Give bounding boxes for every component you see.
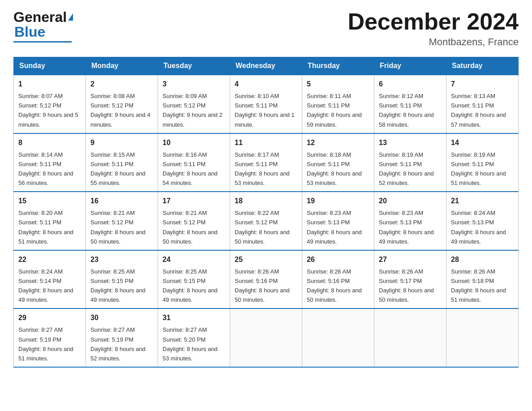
table-row: 18 Sunrise: 8:22 AMSunset: 5:12 PMDaylig…	[230, 192, 302, 250]
day-number: 3	[163, 79, 225, 90]
col-tuesday: Tuesday	[158, 57, 230, 75]
day-number: 10	[163, 137, 225, 148]
day-info: Sunrise: 8:27 AMSunset: 5:20 PMDaylight:…	[163, 326, 218, 361]
day-number: 26	[307, 254, 369, 265]
logo-underline	[13, 41, 72, 43]
table-row	[374, 308, 446, 367]
day-info: Sunrise: 8:17 AMSunset: 5:11 PMDaylight:…	[235, 151, 290, 186]
col-monday: Monday	[86, 57, 158, 75]
day-info: Sunrise: 8:24 AMSunset: 5:13 PMDaylight:…	[451, 210, 506, 244]
table-row	[446, 308, 519, 367]
logo-triangle-icon	[68, 13, 73, 21]
day-number: 16	[90, 196, 153, 206]
day-info: Sunrise: 8:21 AMSunset: 5:12 PMDaylight:…	[90, 210, 146, 244]
day-info: Sunrise: 8:25 AMSunset: 5:15 PMDaylight:…	[90, 268, 146, 303]
day-info: Sunrise: 8:22 AMSunset: 5:12 PMDaylight:…	[235, 210, 290, 244]
day-number: 1	[18, 79, 81, 90]
table-row: 23 Sunrise: 8:25 AMSunset: 5:15 PMDaylig…	[86, 250, 158, 309]
table-row: 4 Sunrise: 8:10 AMSunset: 5:11 PMDayligh…	[230, 75, 302, 133]
table-row: 15 Sunrise: 8:20 AMSunset: 5:11 PMDaylig…	[14, 192, 86, 250]
table-row: 16 Sunrise: 8:21 AMSunset: 5:12 PMDaylig…	[86, 192, 158, 250]
day-number: 11	[235, 137, 297, 148]
table-row: 22 Sunrise: 8:24 AMSunset: 5:14 PMDaylig…	[14, 250, 86, 309]
day-number: 22	[18, 254, 81, 265]
day-info: Sunrise: 8:10 AMSunset: 5:11 PMDaylight:…	[235, 93, 295, 128]
day-number: 20	[379, 196, 442, 206]
day-number: 15	[18, 196, 81, 206]
table-row	[302, 308, 374, 367]
day-info: Sunrise: 8:11 AMSunset: 5:11 PMDaylight:…	[307, 93, 362, 128]
day-number: 27	[379, 254, 442, 265]
day-info: Sunrise: 8:20 AMSunset: 5:11 PMDaylight:…	[18, 210, 73, 244]
day-info: Sunrise: 8:23 AMSunset: 5:13 PMDaylight:…	[307, 210, 362, 244]
col-wednesday: Wednesday	[230, 57, 302, 75]
day-number: 21	[451, 196, 514, 206]
day-info: Sunrise: 8:08 AMSunset: 5:12 PMDaylight:…	[90, 93, 150, 128]
day-number: 8	[18, 137, 81, 148]
day-number: 30	[90, 313, 153, 323]
logo-blue-text: Blue	[14, 24, 45, 40]
day-info: Sunrise: 8:23 AMSunset: 5:13 PMDaylight:…	[379, 210, 434, 244]
day-number: 4	[235, 79, 297, 90]
logo-general-text: General	[13, 9, 67, 26]
day-number: 12	[307, 137, 369, 148]
day-info: Sunrise: 8:09 AMSunset: 5:12 PMDaylight:…	[163, 93, 223, 128]
day-info: Sunrise: 8:26 AMSunset: 5:17 PMDaylight:…	[379, 268, 434, 303]
table-row: 2 Sunrise: 8:08 AMSunset: 5:12 PMDayligh…	[86, 75, 158, 133]
table-row: 29 Sunrise: 8:27 AMSunset: 5:19 PMDaylig…	[14, 308, 86, 367]
calendar-header-row: Sunday Monday Tuesday Wednesday Thursday…	[14, 57, 519, 75]
col-thursday: Thursday	[302, 57, 374, 75]
table-row: 31 Sunrise: 8:27 AMSunset: 5:20 PMDaylig…	[158, 308, 230, 367]
table-row: 3 Sunrise: 8:09 AMSunset: 5:12 PMDayligh…	[158, 75, 230, 133]
day-info: Sunrise: 8:19 AMSunset: 5:11 PMDaylight:…	[379, 151, 434, 186]
table-row	[230, 308, 302, 367]
day-info: Sunrise: 8:07 AMSunset: 5:12 PMDaylight:…	[18, 93, 78, 128]
table-row: 21 Sunrise: 8:24 AMSunset: 5:13 PMDaylig…	[446, 192, 519, 250]
table-row: 26 Sunrise: 8:26 AMSunset: 5:16 PMDaylig…	[302, 250, 374, 309]
table-row: 9 Sunrise: 8:15 AMSunset: 5:11 PMDayligh…	[86, 133, 158, 192]
day-info: Sunrise: 8:19 AMSunset: 5:11 PMDaylight:…	[451, 151, 506, 186]
col-friday: Friday	[374, 57, 446, 75]
day-number: 5	[307, 79, 369, 90]
day-info: Sunrise: 8:26 AMSunset: 5:16 PMDaylight:…	[307, 268, 362, 303]
month-title: December 2024	[348, 9, 519, 34]
day-info: Sunrise: 8:21 AMSunset: 5:12 PMDaylight:…	[163, 210, 218, 244]
day-number: 13	[379, 137, 442, 148]
table-row: 11 Sunrise: 8:17 AMSunset: 5:11 PMDaylig…	[230, 133, 302, 192]
day-number: 14	[451, 137, 514, 148]
title-section: December 2024 Montbazens, France	[348, 9, 519, 48]
day-info: Sunrise: 8:27 AMSunset: 5:19 PMDaylight:…	[90, 326, 146, 361]
table-row: 27 Sunrise: 8:26 AMSunset: 5:17 PMDaylig…	[374, 250, 446, 309]
calendar-table: Sunday Monday Tuesday Wednesday Thursday…	[13, 57, 519, 368]
day-number: 7	[451, 79, 514, 90]
day-number: 24	[163, 254, 225, 265]
location-text: Montbazens, France	[348, 36, 519, 48]
table-row: 5 Sunrise: 8:11 AMSunset: 5:11 PMDayligh…	[302, 75, 374, 133]
day-number: 31	[163, 313, 225, 323]
table-row: 24 Sunrise: 8:25 AMSunset: 5:15 PMDaylig…	[158, 250, 230, 309]
day-number: 19	[307, 196, 369, 206]
table-row: 13 Sunrise: 8:19 AMSunset: 5:11 PMDaylig…	[374, 133, 446, 192]
day-number: 23	[90, 254, 153, 265]
table-row: 28 Sunrise: 8:26 AMSunset: 5:18 PMDaylig…	[446, 250, 519, 309]
page-header: General Blue December 2024 Montbazens, F…	[13, 9, 519, 48]
table-row: 25 Sunrise: 8:26 AMSunset: 5:16 PMDaylig…	[230, 250, 302, 309]
table-row: 30 Sunrise: 8:27 AMSunset: 5:19 PMDaylig…	[86, 308, 158, 367]
day-info: Sunrise: 8:26 AMSunset: 5:16 PMDaylight:…	[235, 268, 290, 303]
table-row: 10 Sunrise: 8:16 AMSunset: 5:11 PMDaylig…	[158, 133, 230, 192]
table-row: 6 Sunrise: 8:12 AMSunset: 5:11 PMDayligh…	[374, 75, 446, 133]
day-number: 28	[451, 254, 514, 265]
day-number: 25	[235, 254, 297, 265]
col-saturday: Saturday	[446, 57, 519, 75]
day-number: 29	[18, 313, 81, 323]
logo: General Blue	[13, 9, 73, 43]
day-info: Sunrise: 8:25 AMSunset: 5:15 PMDaylight:…	[163, 268, 218, 303]
day-number: 18	[235, 196, 297, 206]
day-number: 9	[90, 137, 153, 148]
table-row: 14 Sunrise: 8:19 AMSunset: 5:11 PMDaylig…	[446, 133, 519, 192]
table-row: 12 Sunrise: 8:18 AMSunset: 5:11 PMDaylig…	[302, 133, 374, 192]
table-row: 19 Sunrise: 8:23 AMSunset: 5:13 PMDaylig…	[302, 192, 374, 250]
day-info: Sunrise: 8:26 AMSunset: 5:18 PMDaylight:…	[451, 268, 506, 303]
day-number: 17	[163, 196, 225, 206]
day-info: Sunrise: 8:15 AMSunset: 5:11 PMDaylight:…	[90, 151, 146, 186]
